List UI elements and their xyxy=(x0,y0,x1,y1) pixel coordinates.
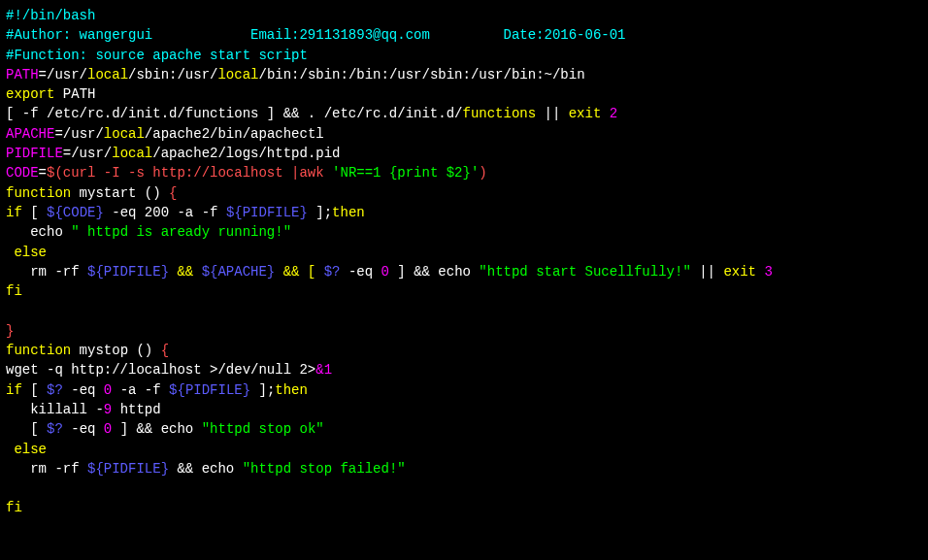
code-line: PIDFILE=/usr/local/apache2/logs/httpd.pi… xyxy=(6,144,922,163)
code-line: PATH=/usr/local/sbin:/usr/local/bin:/sbi… xyxy=(6,65,922,84)
code-line: [ -f /etc/rc.d/init.d/functions ] && . /… xyxy=(6,104,922,123)
code-line: rm -rf ${PIDFILE} && echo "httpd stop fa… xyxy=(6,459,922,478)
code-line: echo " httpd is aready running!" xyxy=(6,222,922,242)
code-line: function mystop () { xyxy=(6,341,922,360)
code-line: fi xyxy=(6,281,922,301)
code-line xyxy=(6,478,922,498)
code-line: #Author: wangergui Email:291131893@qq.co… xyxy=(6,25,922,45)
code-line: export PATH xyxy=(6,84,922,104)
code-line: else xyxy=(6,243,922,262)
code-line xyxy=(6,301,922,320)
code-line: } xyxy=(6,321,922,341)
code-line: function mystart () { xyxy=(6,183,922,203)
code-line: [ $? -eq 0 ] && echo "httpd stop ok" xyxy=(6,419,922,439)
code-line: killall -9 httpd xyxy=(6,400,922,419)
code-line: #!/bin/bash xyxy=(6,6,922,25)
code-line: fi xyxy=(6,498,922,517)
code-line: #Function: source apache start script xyxy=(6,46,922,65)
code-line: if [ $? -eq 0 -a -f ${PIDFILE} ];then xyxy=(6,380,922,400)
code-line: wget -q http://localhost >/dev/null 2>&1 xyxy=(6,360,922,379)
code-line: else xyxy=(6,440,922,459)
code-line: if [ ${CODE} -eq 200 -a -f ${PIDFILE} ];… xyxy=(6,203,922,222)
code-line: CODE=$(curl -I -s http://localhost |awk … xyxy=(6,163,922,182)
terminal-output[interactable]: #!/bin/bash #Author: wangergui Email:291… xyxy=(6,6,922,518)
code-line: rm -rf ${PIDFILE} && ${APACHE} && [ $? -… xyxy=(6,262,922,281)
code-line: APACHE=/usr/local/apache2/bin/apachectl xyxy=(6,124,922,144)
